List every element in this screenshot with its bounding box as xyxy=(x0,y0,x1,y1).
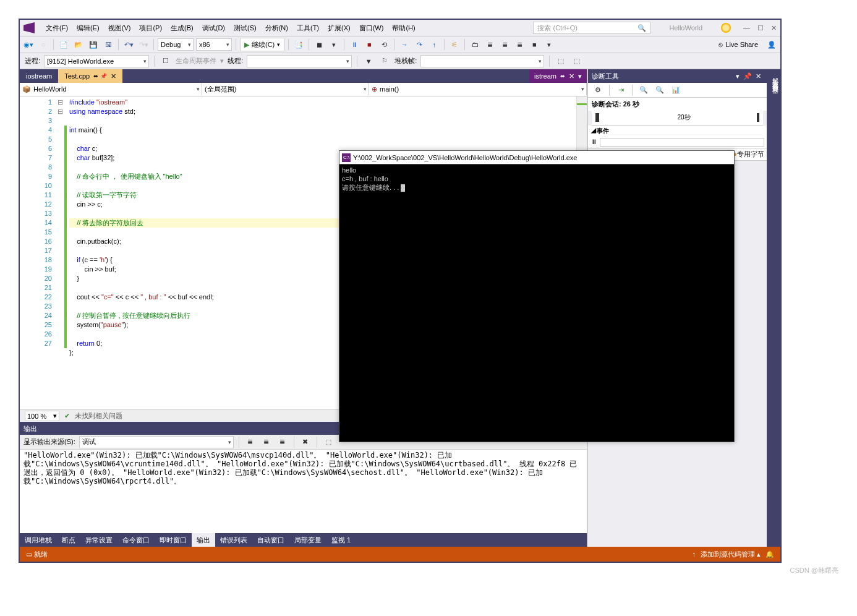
save-all-icon[interactable]: 🖫 xyxy=(102,38,114,51)
output-source-label: 显示输出来源(S): xyxy=(23,437,75,447)
tb-icon[interactable]: ≣ xyxy=(498,38,511,51)
close-icon[interactable]: ✕ xyxy=(754,72,763,80)
tb-icon[interactable]: ■ xyxy=(528,38,540,51)
minimize-button[interactable]: — xyxy=(743,24,750,32)
live-share-button[interactable]: ⎋ Live Share xyxy=(714,41,763,48)
bottom-tab[interactable]: 即时窗口 xyxy=(155,533,192,547)
thread-combo[interactable] xyxy=(247,55,352,67)
menu-item[interactable]: 测试(S) xyxy=(230,22,260,35)
notif-icon[interactable]: 🔔 xyxy=(765,550,774,558)
lifecycle-label: 生命周期事件 xyxy=(176,56,216,66)
dropdown-icon[interactable]: ▾ xyxy=(734,72,741,80)
continue-button[interactable]: ▶ 继续(C)▾ xyxy=(240,38,284,51)
restart-icon[interactable]: ⟲ xyxy=(378,38,390,51)
stack-combo[interactable] xyxy=(420,55,544,67)
close-tab-icon[interactable]: ✕ xyxy=(111,72,116,80)
func-combo[interactable]: ⊕ main() xyxy=(369,83,587,95)
close-icon[interactable]: ✕ xyxy=(569,72,574,80)
step-in-icon[interactable]: → xyxy=(398,38,411,51)
menu-item[interactable]: 视图(V) xyxy=(104,22,135,35)
bottom-tab[interactable]: 自动窗口 xyxy=(252,533,289,547)
redo-icon[interactable]: ↷▾ xyxy=(137,38,150,51)
menu-item[interactable]: 窗口(W) xyxy=(356,22,388,35)
tb-icon[interactable]: ⬚ xyxy=(322,436,335,448)
tb-icon[interactable]: ⚟ xyxy=(448,38,461,51)
menu-item[interactable]: 调试(D) xyxy=(198,22,229,35)
new-project-icon[interactable]: 📄 xyxy=(58,38,70,51)
solution-explorer-dock[interactable]: 解决方案资源管理器 xyxy=(767,69,780,547)
go-icon[interactable]: ⇥ xyxy=(615,84,627,96)
menu-item[interactable]: 项目(P) xyxy=(135,22,166,35)
platform-combo[interactable]: x86 xyxy=(196,38,232,51)
close-button[interactable]: ✕ xyxy=(771,24,777,32)
zoom-in-icon[interactable]: 🔍 xyxy=(637,84,650,96)
bottom-tab[interactable]: 异常设置 xyxy=(80,533,117,547)
chart-icon[interactable]: 📊 xyxy=(670,84,682,96)
nav-fwd-button[interactable]: ○ xyxy=(37,38,49,51)
tb-icon[interactable]: ⚐ xyxy=(378,55,391,67)
lifecycle-icon[interactable]: ☐ xyxy=(160,55,172,67)
tb-icon[interactable]: ≣ xyxy=(484,38,496,51)
tb-icon[interactable]: 📑 xyxy=(292,38,305,51)
bottom-tab[interactable]: 错误列表 xyxy=(215,533,252,547)
process-combo[interactable]: [9152] HelloWorld.exe xyxy=(44,55,149,67)
tb-icon[interactable]: ⬚ xyxy=(555,55,567,67)
tb-icon[interactable]: ▾ xyxy=(543,38,555,51)
account-icon[interactable]: 👤 xyxy=(765,38,778,51)
pause-icon[interactable]: ⏸ xyxy=(348,38,360,51)
watermark: CSDN @韩曙亮 xyxy=(790,566,838,575)
menu-item[interactable]: 帮助(H) xyxy=(388,22,419,35)
console-window[interactable]: C:\ Y:\002_WorkSpace\002_VS\HelloWorld\H… xyxy=(339,150,735,442)
tab-istream[interactable]: istream⬌✕▾ xyxy=(529,69,587,83)
tb-icon[interactable]: ◼ xyxy=(313,38,325,51)
zoom-combo[interactable]: 100 %▾ xyxy=(25,411,59,421)
bottom-tab[interactable]: 调用堆栈 xyxy=(20,533,57,547)
tb-icon[interactable]: 🗀 xyxy=(469,38,481,51)
diag-timeline[interactable]: 20秒 xyxy=(592,111,763,126)
tb-icon[interactable]: ≣ xyxy=(276,436,289,448)
fold-gutter[interactable]: ⊟⊟ xyxy=(56,96,64,409)
config-combo[interactable]: Debug xyxy=(158,38,194,51)
scope2-combo[interactable]: (全局范围) xyxy=(202,83,369,95)
events-header[interactable]: ◢事件 xyxy=(588,126,767,137)
undo-icon[interactable]: ↶▾ xyxy=(122,38,135,51)
nav-back-button[interactable]: ◉▾ xyxy=(22,38,35,51)
stop-icon[interactable]: ■ xyxy=(363,38,375,51)
pin-icon[interactable]: 📌 xyxy=(741,72,754,80)
menu-item[interactable]: 工具(T) xyxy=(293,22,323,35)
clear-icon[interactable]: ✖ xyxy=(299,436,312,448)
bottom-tab[interactable]: 断点 xyxy=(57,533,80,547)
zoom-out-icon[interactable]: 🔍 xyxy=(654,84,666,96)
tb-icon[interactable]: ▾ xyxy=(328,38,340,51)
save-icon[interactable]: 💾 xyxy=(87,38,100,51)
feedback-icon[interactable] xyxy=(721,23,731,33)
scm-button[interactable]: 添加到源代码管理 ▴ xyxy=(701,550,761,559)
output-body[interactable]: "HelloWorld.exe"(Win32): 已加载"C:\Windows\… xyxy=(20,450,587,533)
bottom-tab[interactable]: 输出 xyxy=(192,533,215,547)
tb-icon[interactable]: ⬚ xyxy=(571,55,583,67)
bottom-tab[interactable]: 监视 1 xyxy=(326,533,356,547)
step-out-icon[interactable]: ↑ xyxy=(428,38,440,51)
tb-icon[interactable]: ≣ xyxy=(513,38,526,51)
pin-icon[interactable]: ⬌ 📌 xyxy=(93,73,107,79)
output-source-combo[interactable]: 调试 xyxy=(79,436,234,448)
menu-item[interactable]: 分析(N) xyxy=(262,22,292,35)
menu-item[interactable]: 文件(F) xyxy=(42,22,72,35)
search-input[interactable]: 搜索 (Ctrl+Q) 🔍 xyxy=(533,22,650,34)
tb-icon[interactable]: ≣ xyxy=(260,436,273,448)
tab-test-cpp[interactable]: Test.cpp⬌ 📌✕ xyxy=(58,69,122,83)
bottom-tab[interactable]: 命令窗口 xyxy=(117,533,155,547)
menu-item[interactable]: 编辑(E) xyxy=(73,22,103,35)
bottom-tab[interactable]: 局部变量 xyxy=(289,533,326,547)
console-titlebar[interactable]: C:\ Y:\002_WorkSpace\002_VS\HelloWorld\H… xyxy=(339,151,734,165)
tb-icon[interactable]: ▼ xyxy=(362,55,375,67)
menu-item[interactable]: 扩展(X) xyxy=(324,22,354,35)
menu-item[interactable]: 生成(B) xyxy=(167,22,197,35)
maximize-button[interactable]: ☐ xyxy=(757,24,764,32)
step-over-icon[interactable]: ↷ xyxy=(413,38,425,51)
tab-iostream[interactable]: iostream xyxy=(20,69,58,83)
tb-icon[interactable]: ≣ xyxy=(244,436,257,448)
open-icon[interactable]: 📂 xyxy=(72,38,85,51)
gear-icon[interactable]: ⚙ xyxy=(592,84,604,96)
scope-combo[interactable]: 📦HelloWorld xyxy=(20,83,202,95)
